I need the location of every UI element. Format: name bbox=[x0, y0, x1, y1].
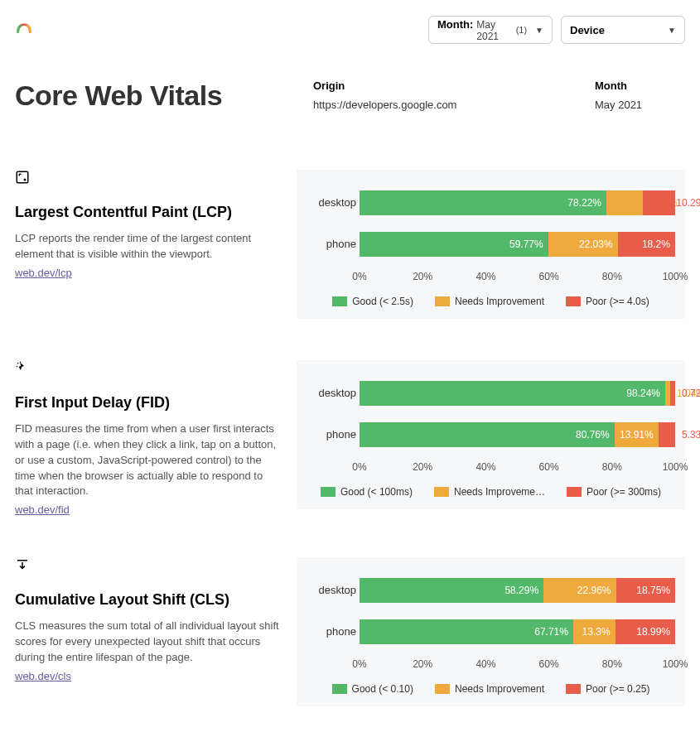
chevron-down-icon: ▼ bbox=[535, 26, 543, 35]
bar-row-phone: phone 80.76% 13.91% 5.33% bbox=[360, 420, 675, 450]
month-selector-label: Month: bbox=[437, 18, 473, 31]
fid-description: FID measures the time from when a user f… bbox=[15, 421, 280, 499]
fid-learn-more-link[interactable]: web.dev/fid bbox=[15, 503, 70, 516]
metric-row-lcp: Largest Contentful Paint (LCP) LCP repor… bbox=[15, 170, 685, 319]
lcp-chart: desktop 78.22% 11.49% 10.29% phone 59.77… bbox=[297, 170, 685, 319]
bar-row-phone: phone 59.77% 22.03% 18.2% bbox=[360, 229, 675, 259]
device-selector-label: Device bbox=[570, 24, 605, 36]
cls-desktop-ni[interactable]: 22.96% bbox=[543, 578, 616, 603]
cls-legend: Good (< 0.10) Needs Improvement Poor (>=… bbox=[303, 683, 678, 695]
cls-phone-good[interactable]: 67.71% bbox=[360, 619, 573, 644]
legend-good[interactable]: Good (< 100ms) bbox=[321, 486, 413, 498]
legend-good[interactable]: Good (< 0.10) bbox=[332, 683, 413, 695]
metric-row-cls: Cumulative Layout Shift (CLS) CLS measur… bbox=[15, 557, 685, 706]
top-controls: Month: May 2021 (1) ▼ Device ▼ bbox=[428, 16, 685, 44]
origin-label: Origin bbox=[313, 79, 562, 92]
month-label: Month bbox=[595, 79, 685, 92]
cls-desktop-poor[interactable]: 18.75% bbox=[616, 578, 675, 603]
metric-row-fid: First Input Delay (FID) FID measures the… bbox=[15, 360, 685, 516]
topbar: Month: May 2021 (1) ▼ Device ▼ bbox=[15, 13, 685, 46]
fid-legend: Good (< 100ms) Needs Improveme… Poor (>=… bbox=[303, 486, 678, 498]
x-axis: 0% 20% 40% 60% 80% 100% bbox=[360, 658, 675, 677]
svg-rect-0 bbox=[17, 171, 28, 183]
lcp-phone-ni[interactable]: 22.03% bbox=[548, 232, 618, 257]
lcp-learn-more-link[interactable]: web.dev/lcp bbox=[15, 267, 72, 279]
lcp-phone-poor[interactable]: 18.2% bbox=[618, 232, 675, 257]
fid-chart: desktop 98.24% 1.04% 0.72% phone 80.76% … bbox=[297, 360, 685, 509]
fid-desktop-poor[interactable]: 0.72% bbox=[670, 381, 675, 406]
page-title: Core Web Vitals bbox=[15, 79, 280, 112]
legend-poor[interactable]: Poor (>= 0.25) bbox=[566, 683, 649, 695]
month-selector-count: (1) bbox=[516, 25, 527, 35]
month-selector-value: May 2021 bbox=[476, 19, 515, 42]
origin-column: Origin https://developers.google.com bbox=[313, 79, 562, 111]
x-axis: 0% 20% 40% 60% 80% 100% bbox=[360, 271, 675, 289]
legend-ni[interactable]: Needs Improvement bbox=[435, 683, 544, 695]
lcp-legend: Good (< 2.5s) Needs Improvement Poor (>=… bbox=[303, 296, 678, 307]
fid-title: First Input Delay (FID) bbox=[15, 394, 280, 412]
lcp-phone-good[interactable]: 59.77% bbox=[360, 232, 548, 257]
lcp-title: Largest Contentful Paint (LCP) bbox=[15, 204, 280, 221]
lcp-icon bbox=[15, 170, 280, 187]
legend-good[interactable]: Good (< 2.5s) bbox=[332, 296, 413, 307]
fid-desktop-good[interactable]: 98.24% bbox=[360, 381, 665, 406]
lcp-desktop-ni[interactable]: 11.49% bbox=[606, 190, 643, 215]
cls-phone-ni[interactable]: 13.3% bbox=[573, 619, 616, 644]
chevron-down-icon: ▼ bbox=[668, 26, 676, 35]
device-selector[interactable]: Device ▼ bbox=[561, 16, 685, 44]
lcp-desktop-poor[interactable]: 10.29% bbox=[643, 190, 675, 215]
month-column: Month May 2021 bbox=[595, 79, 685, 111]
cls-title: Cumulative Layout Shift (CLS) bbox=[15, 591, 280, 609]
fid-phone-good[interactable]: 80.76% bbox=[360, 422, 615, 447]
cls-desktop-good[interactable]: 58.29% bbox=[360, 578, 543, 603]
fid-icon bbox=[15, 360, 280, 378]
svg-point-2 bbox=[17, 363, 19, 364]
bar-row-desktop: desktop 98.24% 1.04% 0.72% bbox=[360, 378, 675, 408]
bar-row-desktop: desktop 78.22% 11.49% 10.29% bbox=[360, 188, 675, 218]
cls-chart: desktop 58.29% 22.96% 18.75% phone 67.71… bbox=[297, 557, 685, 706]
month-selector[interactable]: Month: May 2021 (1) ▼ bbox=[428, 16, 553, 44]
bar-row-phone: phone 67.71% 13.3% 18.99% bbox=[360, 617, 675, 647]
lcp-description: LCP reports the render time of the large… bbox=[15, 231, 280, 262]
svg-point-4 bbox=[20, 362, 22, 364]
legend-poor[interactable]: Poor (>= 300ms) bbox=[567, 486, 661, 498]
month-value: May 2021 bbox=[595, 99, 685, 111]
origin-value: https://developers.google.com bbox=[313, 99, 562, 111]
cls-icon bbox=[15, 557, 280, 575]
legend-ni[interactable]: Needs Improvement bbox=[435, 296, 544, 307]
legend-ni[interactable]: Needs Improveme… bbox=[434, 486, 545, 498]
legend-poor[interactable]: Poor (>= 4.0s) bbox=[566, 296, 649, 307]
cls-description: CLS measures the sum total of all indivi… bbox=[15, 619, 280, 666]
cls-phone-poor[interactable]: 18.99% bbox=[616, 619, 675, 644]
svg-point-1 bbox=[24, 179, 26, 181]
crux-logo-icon bbox=[15, 20, 33, 41]
fid-phone-ni[interactable]: 13.91% bbox=[615, 422, 659, 447]
fid-phone-poor[interactable]: 5.33% bbox=[659, 422, 675, 447]
lcp-desktop-good[interactable]: 78.22% bbox=[360, 190, 606, 215]
x-axis: 0% 20% 40% 60% 80% 100% bbox=[360, 461, 675, 479]
bar-row-desktop: desktop 58.29% 22.96% 18.75% bbox=[360, 575, 675, 605]
cls-learn-more-link[interactable]: web.dev/cls bbox=[15, 670, 71, 682]
report-header: Core Web Vitals Origin https://developer… bbox=[15, 79, 685, 112]
svg-point-3 bbox=[17, 366, 18, 368]
